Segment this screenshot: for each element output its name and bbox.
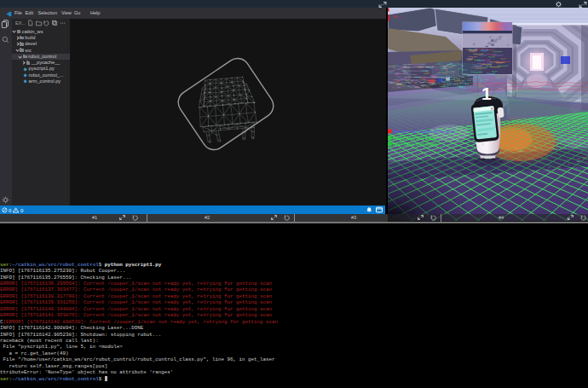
svg-text:Idle? Drive 8 at trigger: Idle? Drive 8 at trigger — [393, 142, 438, 147]
svg-text:0: 0 — [9, 207, 12, 212]
svg-text:CAM 1: CAM 1 — [391, 14, 402, 19]
svg-text:1: 1 — [481, 84, 492, 103]
svg-text:Audio Alert 3 to Eagle: Audio Alert 3 to Eagle — [393, 136, 437, 141]
svg-text:Security No Trigger Entry at l: Security No Trigger Entry at la — [393, 129, 454, 134]
svg-text:0: 0 — [20, 207, 24, 212]
